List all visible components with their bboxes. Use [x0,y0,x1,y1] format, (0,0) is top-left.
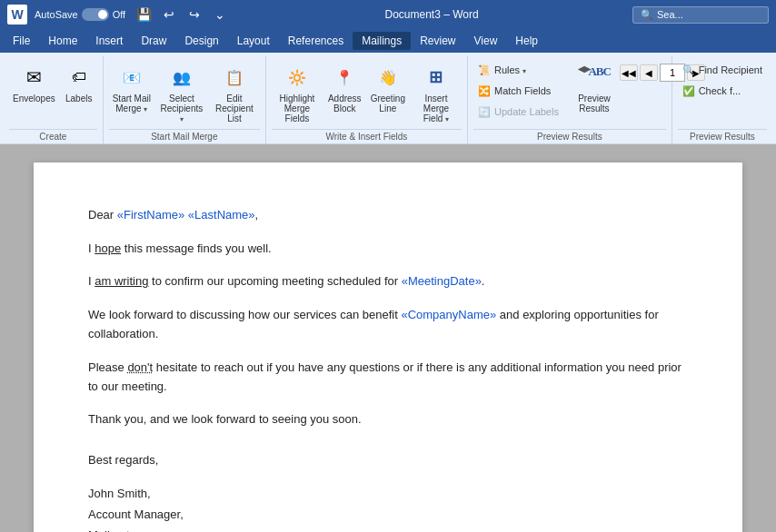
greeting-line-label: GreetingLine [371,94,405,113]
more-icon[interactable]: ⌄ [209,4,231,25]
menu-design[interactable]: Design [175,32,227,50]
start-mail-label: Start MailMerge ▾ [113,94,151,114]
highlight-label: HighlightMerge Fields [275,94,319,123]
insert-merge-icon: ⊞ [422,63,451,92]
autosave-section: AutoSave Off [35,8,125,21]
menu-draw[interactable]: Draw [132,32,175,50]
hesitate-paragraph: Please don't hesitate to reach out if yo… [88,359,688,397]
quick-access-toolbar: 💾 ↩ ↪ ⌄ [133,4,231,25]
find-recipient-button[interactable]: 🔍 Find Recipient [678,60,767,80]
ribbon-group-start-mail: 📧 Start MailMerge ▾ 👥 SelectRecipients ▾… [104,56,266,143]
save-icon[interactable]: 💾 [133,4,154,25]
hesitate-rest: hesitate to reach out if you have any qu… [88,360,681,393]
undo-icon[interactable]: ↩ [158,4,180,25]
finish-content: 🔍 Find Recipient ✅ Check f... [678,60,767,127]
lastname-field: «LastName» [188,208,255,222]
menu-references[interactable]: References [279,32,353,50]
rules-label: Rules ▾ [494,64,526,75]
writing-paragraph: I am writing to confirm our upcoming mee… [88,272,688,291]
closing-line: Best regards, [88,451,688,470]
finish-group-label: Preview Results [678,129,767,142]
check-errors-icon: ✅ [682,85,695,97]
name-text: John Smith, [88,487,151,500]
search-bar[interactable]: 🔍 Sea... [632,6,769,24]
preview-results-label: PreviewResults [578,94,611,113]
app-container: W AutoSave Off 💾 ↩ ↪ ⌄ Document3 – Word … [0,0,776,532]
autosave-label: AutoSave [35,9,78,20]
hope-para-text: this message finds you well. [124,241,272,255]
edit-recipient-label: EditRecipient List [213,94,256,123]
update-labels-button[interactable]: 🔄 Update Labels [473,102,563,122]
envelope-icon: ✉ [19,63,48,92]
search-icon: 🔍 [641,9,653,21]
finish-small-buttons: 🔍 Find Recipient ✅ Check f... [678,60,767,101]
match-fields-button[interactable]: 🔀 Match Fields [473,81,563,101]
insert-merge-field-button[interactable]: ⊞ Insert MergeField ▾ [411,60,462,127]
ribbon: ✉ Envelopes 🏷 Labels Create 📧 Start Mail… [0,53,776,144]
meetingdate-field: «MeetingDate» [402,274,482,288]
menu-review[interactable]: Review [411,32,464,50]
am-writing-underlined: am writing [95,274,148,288]
menu-help[interactable]: Help [506,32,547,50]
greeting-line-icon: 👋 [373,63,403,92]
menu-insert[interactable]: Insert [86,32,132,50]
redo-icon[interactable]: ↪ [184,4,205,25]
select-recipients-button[interactable]: 👥 SelectRecipients ▾ [156,60,207,127]
start-mail-icon: 📧 [117,63,146,92]
services-paragraph: We look forward to discussing how our se… [88,306,688,344]
address-block-button[interactable]: 📍 AddressBlock [324,60,365,116]
edit-recipient-icon: 📋 [220,63,249,92]
select-recipients-label: SelectRecipients ▾ [160,94,204,124]
match-fields-label: Match Fields [494,85,551,96]
check-errors-button[interactable]: ✅ Check f... [678,81,767,101]
signature-block: Best regards, John Smith, Account Manage… [88,451,688,532]
autosave-toggle[interactable] [82,8,109,21]
rules-button[interactable]: 📜 Rules ▾ [473,60,563,80]
hope-underlined: hope [95,241,121,255]
thankyou-text: Thank you, and we look forward to seeing… [88,412,362,426]
services-text: We look forward to discussing how our se… [88,308,401,321]
address-block-icon: 📍 [330,63,359,92]
start-mail-merge-button[interactable]: 📧 Start MailMerge ▾ [109,60,154,117]
name-line: John Smith, [88,485,688,504]
autosave-state: Off [113,9,125,20]
update-labels-label: Update Labels [494,106,559,117]
word-logo: W [7,5,27,25]
first-record-button[interactable]: ◀◀ [620,64,638,81]
ribbon-group-preview: 📜 Rules ▾ 🔀 Match Fields 🔄 Update Labels [468,56,672,143]
thankyou-paragraph: Thank you, and we look forward to seeing… [88,410,688,429]
prev-record-button[interactable]: ◀ [640,64,658,81]
menu-mailings[interactable]: Mailings [353,32,411,50]
preview-small-buttons: 📜 Rules ▾ 🔀 Match Fields 🔄 Update Labels [473,60,563,122]
document-title: Document3 – Word [238,8,625,21]
search-placeholder: Sea... [657,9,683,20]
check-errors-label: Check f... [699,85,741,96]
find-recipient-label: Find Recipient [699,64,762,75]
edit-recipient-list-button[interactable]: 📋 EditRecipient List [209,60,260,126]
rules-icon: 📜 [478,64,491,76]
preview-results-button[interactable]: ◀▶ ABC PreviewResults [571,60,618,116]
menu-layout[interactable]: Layout [228,32,279,50]
ribbon-group-create: ✉ Envelopes 🏷 Labels Create [4,56,104,143]
hope-paragraph: I hopeI hope this message finds you well… [88,240,688,259]
labels-button[interactable]: 🏷 Labels [61,60,97,106]
preview-results-icon: ◀▶ ABC [578,63,611,92]
labels-icon: 🏷 [65,63,94,92]
please-text: Please [88,360,127,374]
envelopes-label: Envelopes [13,94,55,103]
menu-home[interactable]: Home [39,32,86,50]
highlight-merge-fields-button[interactable]: 🔆 HighlightMerge Fields [272,60,323,126]
start-mail-group-label: Start Mail Merge [109,129,260,142]
closing-text: Best regards, [88,453,158,467]
menu-view[interactable]: View [465,32,507,50]
envelopes-button[interactable]: ✉ Envelopes [9,60,59,106]
greeting-text: Dear [88,208,117,222]
greeting-line-button[interactable]: 👋 GreetingLine [367,60,409,116]
labels-label: Labels [65,94,92,103]
firstname-field: «FirstName» [117,208,184,222]
document-page: Dear «FirstName» «LastName», I hopeI hop… [34,163,742,532]
greeting-paragraph: Dear «FirstName» «LastName», [88,206,688,225]
menu-file[interactable]: File [4,32,39,50]
document-area: Dear «FirstName» «LastName», I hopeI hop… [0,144,776,532]
title-line: Account Manager, [88,506,688,525]
